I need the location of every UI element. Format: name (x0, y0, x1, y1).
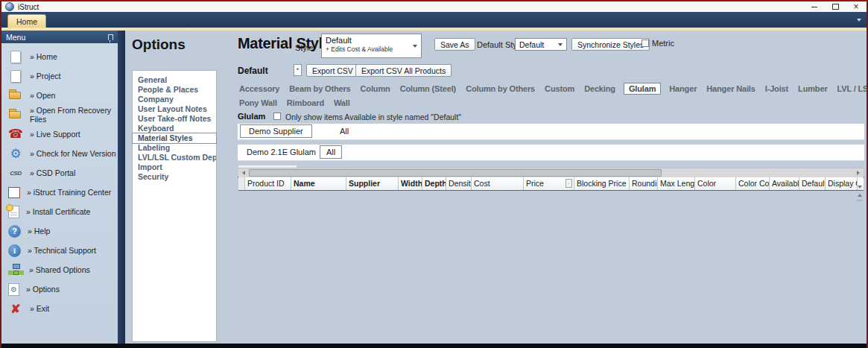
sidebar-item-csd-portal[interactable]: » CSD Portal (1, 163, 118, 183)
tab-home[interactable]: Home (7, 14, 46, 28)
options-item-lvllsl-custom-depths[interactable]: LVL/LSL Custom Depths (133, 153, 216, 162)
sidebar-item-options[interactable]: » Options (1, 279, 118, 299)
tab-column-by-others[interactable]: Column by Others (464, 83, 536, 94)
horizontal-scroll-thumb[interactable] (249, 169, 662, 177)
tab-series-name[interactable]: Demo 2.1E Glulam (247, 148, 316, 156)
export-csv-button[interactable]: Export CSV (306, 64, 359, 77)
options-item-general[interactable]: General (133, 75, 216, 85)
close-button[interactable]: × (846, 1, 867, 12)
tab-series-all[interactable]: All (320, 145, 342, 159)
column-header-label: Available (772, 179, 799, 188)
column-header-color_code[interactable]: Color Code (736, 177, 770, 190)
tab-column-steel[interactable]: Column (Steel) (399, 83, 458, 94)
options-item-labeling[interactable]: Labeling (133, 143, 216, 153)
sidebar-item-technical-support[interactable]: » Technical Support (1, 241, 118, 260)
tab-wall[interactable]: Wall (332, 98, 352, 108)
sidebar: Menu » Home» Project» Open» Open From Re… (1, 31, 118, 344)
tab-accessory[interactable]: Accessory (238, 83, 281, 94)
save-as-button[interactable]: Save As (434, 38, 475, 51)
scroll-down-icon[interactable] (855, 183, 864, 191)
tab-i-joist[interactable]: I-Joist (764, 83, 790, 94)
column-header-blocking_price[interactable]: Blocking Price (574, 177, 630, 190)
scroll-left-icon[interactable] (238, 168, 249, 177)
sidebar-item-label: » Install Certificate (26, 207, 90, 216)
tab-custom[interactable]: Custom (543, 83, 576, 94)
category-tabs-row-1: AccessoryBeam by OthersColumnColumn (Ste… (238, 82, 864, 95)
column-header-color[interactable]: Color (695, 177, 736, 190)
sidebar-item-open[interactable]: » Open (1, 86, 118, 105)
sidebar-item-open-from-recovery-files[interactable]: » Open From Recovery Files (1, 105, 118, 124)
tab-decking[interactable]: Decking (583, 83, 617, 94)
sidebar-item-project[interactable]: » Project (1, 66, 118, 86)
column-header-default[interactable]: Default (799, 177, 826, 190)
options-item-company[interactable]: Company (133, 95, 216, 104)
export-csv-all-button[interactable]: Export CSV All Products (355, 64, 452, 77)
tab-supplier-all[interactable]: All (340, 127, 349, 136)
column-header-label: Product ID (247, 179, 285, 188)
column-header-available[interactable]: Available (770, 177, 799, 190)
close-icon: × (853, 3, 858, 10)
column-header-display_order[interactable]: Display Order (826, 177, 858, 190)
sidebar-item-label: » Technical Support (28, 246, 96, 255)
sidebar-item-help[interactable]: » Help (1, 221, 118, 241)
restore-button[interactable] (825, 1, 846, 12)
tab-lvl-lsl[interactable]: LVL / LSL (836, 83, 867, 94)
sidebar-item-home[interactable]: » Home (1, 47, 118, 66)
column-header-rounding[interactable]: Rounding (630, 177, 658, 190)
column-header-cost[interactable]: Cost (472, 177, 524, 190)
options-item-material-styles[interactable]: Material Styles (133, 133, 216, 143)
sidebar-item-exit[interactable]: » Exit (1, 299, 118, 318)
column-header-price[interactable]: Price· (524, 177, 574, 190)
sidebar-item-label: » Open (30, 91, 55, 100)
options-item-keyboard[interactable]: Keyboard (133, 124, 216, 133)
vertical-scroll-thumb[interactable] (856, 200, 863, 201)
sidebar-item-install-certificate[interactable]: » Install Certificate (1, 202, 118, 221)
column-header-label: Default (802, 179, 826, 188)
ribbon-dropdown-icon[interactable] (857, 19, 861, 22)
sidebar-item-live-support[interactable]: » Live Support (1, 124, 118, 144)
tab-beam-by-others[interactable]: Beam by Others (288, 83, 352, 94)
tab-hanger[interactable]: Hanger (668, 83, 698, 94)
sidebar-item-istruct-training-center[interactable]: » iStruct Training Center (1, 183, 118, 202)
options-item-user-take-off-notes[interactable]: User Take-off Notes (133, 114, 216, 124)
style-dropdown[interactable]: Default + Edits Cost & Available (321, 34, 422, 58)
column-header-product_id[interactable]: Product ID (245, 177, 291, 190)
only-show-available-checkbox[interactable] (273, 113, 281, 120)
options-item-security[interactable]: Security (133, 172, 216, 182)
tab-rimboard[interactable]: Rimboard (285, 98, 326, 108)
price-filter-icon[interactable]: · (566, 179, 572, 188)
column-header-width[interactable]: Width (399, 177, 422, 190)
column-header-supplier[interactable]: Supplier (346, 177, 399, 190)
default-style-dropdown[interactable]: Default (515, 38, 567, 51)
tab-demo-supplier[interactable]: Demo Supplier (240, 124, 312, 138)
column-header-max_length[interactable]: Max Length (658, 177, 695, 190)
minimize-button[interactable] (804, 1, 825, 12)
options-item-user-layout-notes[interactable]: User Layout Notes (133, 104, 216, 114)
synchronize-styles-button[interactable]: Synchronize Styles (571, 38, 650, 51)
metric-checkbox[interactable] (642, 39, 649, 47)
options-item-people-&-places[interactable]: People & Places (133, 85, 216, 95)
column-header-name[interactable]: Name (291, 177, 346, 190)
scroll-right-icon[interactable] (853, 168, 864, 177)
tab-pony-wall[interactable]: Pony Wall (238, 98, 279, 108)
tab-lumber[interactable]: Lumber (796, 83, 829, 94)
options-item-import[interactable]: Import (133, 162, 216, 172)
folder-icon (8, 88, 23, 103)
sidebar-item-shared-options[interactable]: » Shared Options (1, 260, 118, 279)
options-icon (8, 283, 19, 296)
default-style-value: Default (519, 40, 544, 49)
scroll-up-icon[interactable] (855, 191, 864, 199)
app-icon (5, 2, 14, 11)
pin-icon[interactable] (108, 34, 113, 40)
column-header-density[interactable]: Density (446, 177, 472, 190)
tab-column[interactable]: Column (359, 83, 392, 94)
row-selector-header (238, 177, 245, 190)
sidebar-item-check-for-new-version[interactable]: » Check for New Version (1, 144, 118, 163)
tab-glulam[interactable]: Glulam (624, 83, 661, 95)
tab-hanger-nails[interactable]: Hanger Nails (705, 83, 756, 94)
sidebar-item-label: » Live Support (30, 130, 80, 139)
style-value: Default (326, 36, 409, 45)
horizontal-scrollbar[interactable] (238, 168, 864, 177)
column-header-depth[interactable]: Depth (422, 177, 446, 190)
style-note-button[interactable]: * (294, 64, 302, 76)
